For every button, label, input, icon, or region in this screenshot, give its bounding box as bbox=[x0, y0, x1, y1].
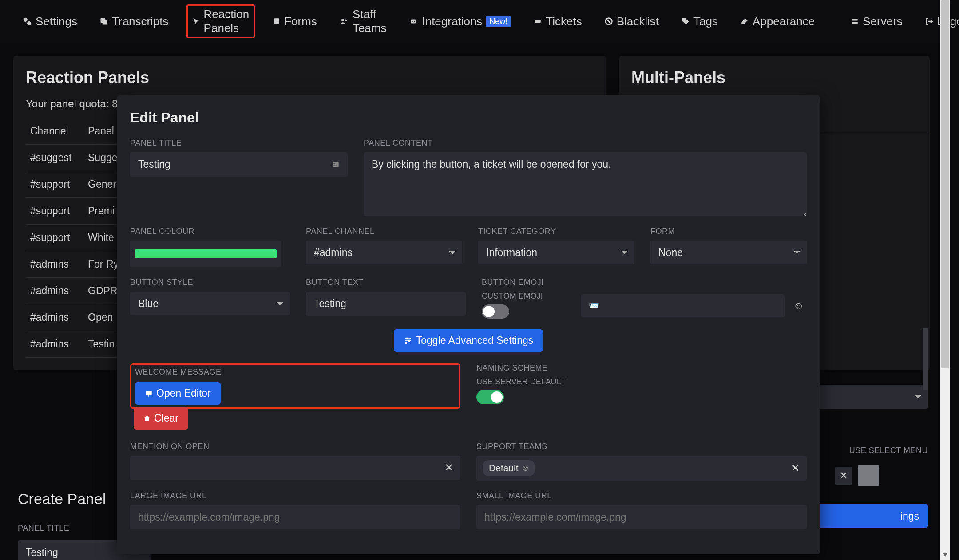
mini-clear-row: ✕ bbox=[835, 465, 879, 486]
svg-point-22 bbox=[406, 338, 407, 339]
create-panel-title-label: PANEL TITLE bbox=[18, 524, 69, 533]
color-box[interactable] bbox=[858, 465, 879, 486]
cursor-icon bbox=[192, 17, 200, 25]
scrollbar-thumb[interactable] bbox=[941, 0, 949, 368]
svg-rect-17 bbox=[333, 163, 335, 164]
use-select-menu-label: USE SELECT MENU bbox=[830, 446, 928, 460]
robot-icon bbox=[408, 17, 418, 25]
gears-icon bbox=[22, 16, 32, 26]
ticket-category-label: TICKET CATEGORY bbox=[478, 227, 634, 236]
users-icon bbox=[339, 17, 349, 25]
form-label: FORM bbox=[650, 227, 807, 236]
top-nav: Settings Transcripts Reaction Panels For… bbox=[0, 0, 950, 43]
svg-rect-13 bbox=[852, 19, 858, 21]
svg-point-9 bbox=[414, 21, 415, 22]
mention-on-open-label: MENTION ON OPEN bbox=[130, 442, 460, 451]
mention-on-open-input[interactable]: ✕ bbox=[130, 456, 460, 480]
smile-icon[interactable]: ☺ bbox=[793, 300, 804, 312]
support-team-chip[interactable]: Default ⊗ bbox=[483, 460, 535, 476]
nav-staff-teams[interactable]: Staff Teams bbox=[335, 5, 391, 38]
nav-transcripts-label: Transcripts bbox=[112, 15, 169, 28]
panel-colour-swatch[interactable] bbox=[130, 241, 281, 267]
nav-transcripts[interactable]: Transcripts bbox=[95, 12, 173, 31]
button-style-select[interactable]: Blue bbox=[130, 292, 290, 315]
panel-content-label: PANEL CONTENT bbox=[364, 138, 807, 148]
nav-appearance-label: Appearance bbox=[753, 15, 815, 28]
chip-remove-icon[interactable]: ⊗ bbox=[522, 463, 529, 473]
svg-point-24 bbox=[405, 342, 407, 343]
use-server-default-toggle[interactable] bbox=[476, 390, 504, 404]
clear-x-button[interactable]: ✕ bbox=[835, 467, 852, 485]
nav-forms[interactable]: Forms bbox=[268, 12, 321, 31]
nav-settings[interactable]: Settings bbox=[18, 12, 82, 31]
use-server-default-label: USE SERVER DEFAULT bbox=[476, 377, 807, 386]
open-editor-button[interactable]: Open Editor bbox=[135, 382, 221, 405]
col-channel: Channel bbox=[30, 125, 88, 137]
emoji-input[interactable]: 📨 ☺ bbox=[581, 294, 785, 317]
panel-channel-select[interactable]: #admins bbox=[306, 241, 462, 264]
clear-teams-icon[interactable]: ✕ bbox=[791, 462, 800, 474]
support-teams-label: SUPPORT TEAMS bbox=[476, 442, 807, 451]
open-editor-label: Open Editor bbox=[156, 387, 211, 399]
modal-title: Edit Panel bbox=[130, 110, 807, 126]
support-team-chip-label: Default bbox=[489, 463, 519, 473]
nav-appearance[interactable]: Appearance bbox=[736, 12, 819, 31]
nav-integrations-label: Integrations bbox=[422, 15, 482, 28]
large-image-url-input[interactable] bbox=[130, 505, 460, 529]
toggle-advanced-button[interactable]: Toggle Advanced Settings bbox=[394, 329, 543, 352]
button-text-input[interactable] bbox=[306, 292, 466, 316]
custom-emoji-toggle[interactable] bbox=[482, 304, 509, 319]
svg-rect-10 bbox=[535, 20, 541, 23]
nav-blacklist[interactable]: Blacklist bbox=[600, 12, 663, 31]
create-panel-title: Create Panel bbox=[18, 490, 106, 508]
nav-tags[interactable]: Tags bbox=[677, 12, 722, 31]
nav-reaction-panels-label: Reaction Panels bbox=[204, 8, 250, 35]
svg-rect-4 bbox=[274, 18, 279, 24]
svg-point-5 bbox=[341, 19, 344, 21]
scroll-down-icon[interactable]: ▼ bbox=[942, 551, 948, 558]
servers-icon bbox=[850, 17, 859, 25]
presentation-icon bbox=[145, 390, 153, 398]
naming-scheme-label: NAMING SCHEME bbox=[476, 363, 807, 373]
svg-point-6 bbox=[345, 20, 347, 22]
svg-rect-3 bbox=[103, 20, 107, 25]
logout-icon bbox=[925, 17, 934, 26]
button-style-label: BUTTON STYLE bbox=[130, 278, 290, 287]
nav-logout[interactable]: Logout bbox=[920, 12, 959, 31]
toggle-advanced-bg-label: ings bbox=[900, 510, 919, 522]
svg-line-12 bbox=[606, 19, 611, 24]
clear-button[interactable]: Clear bbox=[134, 407, 188, 430]
ban-icon bbox=[604, 17, 613, 26]
panel-content-textarea[interactable]: By clicking the button, a ticket will be… bbox=[364, 152, 807, 216]
nav-forms-label: Forms bbox=[284, 15, 317, 28]
clear-mention-icon[interactable]: ✕ bbox=[444, 461, 453, 474]
small-image-url-input[interactable] bbox=[476, 505, 807, 529]
nav-servers[interactable]: Servers bbox=[846, 12, 907, 31]
welcome-message-label: WELCOME MESSAGE bbox=[135, 367, 456, 377]
nav-staff-teams-label: Staff Teams bbox=[353, 8, 387, 35]
svg-point-0 bbox=[24, 18, 28, 22]
tags-icon bbox=[681, 17, 690, 26]
page-scrollbar[interactable]: ▲ ▼ bbox=[940, 0, 950, 560]
ticket-category-select[interactable]: Information bbox=[478, 241, 634, 264]
new-badge: New! bbox=[486, 16, 511, 27]
custom-emoji-label: CUSTOM EMOJI bbox=[482, 292, 571, 301]
svg-rect-25 bbox=[146, 391, 152, 395]
reaction-panels-title: Reaction Panels bbox=[26, 68, 593, 87]
nav-tickets-label: Tickets bbox=[546, 15, 582, 28]
nav-tickets[interactable]: Tickets bbox=[529, 12, 586, 31]
multi-panels-title: Multi-Panels bbox=[631, 68, 917, 87]
panel-title-input[interactable] bbox=[130, 152, 348, 177]
nav-settings-label: Settings bbox=[36, 15, 77, 28]
toggle-advanced-bg-button[interactable]: ings bbox=[817, 504, 928, 528]
nav-reaction-panels[interactable]: Reaction Panels bbox=[186, 4, 255, 38]
large-image-url-label: LARGE IMAGE URL bbox=[130, 491, 460, 501]
clear-label: Clear bbox=[154, 412, 178, 424]
support-teams-input[interactable]: Default ⊗ ✕ bbox=[476, 456, 807, 481]
svg-rect-18 bbox=[333, 165, 337, 165]
form-select[interactable]: None bbox=[650, 241, 807, 264]
nav-integrations[interactable]: Integrations New! bbox=[404, 12, 515, 31]
inner-scrollbar[interactable] bbox=[923, 328, 928, 390]
envelope-icon: 📨 bbox=[588, 300, 599, 311]
sliders-icon bbox=[404, 336, 412, 345]
